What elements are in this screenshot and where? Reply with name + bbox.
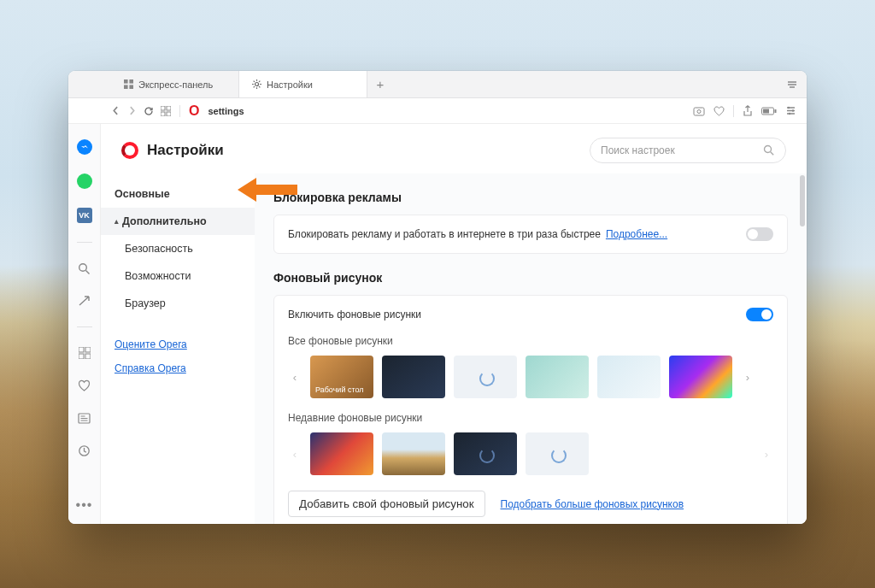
wallpaper-thumb[interactable] (526, 432, 589, 475)
new-tab-button[interactable]: + (367, 71, 393, 97)
svg-rect-9 (694, 108, 704, 115)
share-icon[interactable] (743, 105, 753, 117)
wallpaper-thumb[interactable] (454, 356, 517, 398)
more-icon[interactable]: ••• (78, 498, 91, 512)
settings-nav: Основные Дополнительно Безопасность Возм… (101, 173, 255, 524)
search-icon[interactable] (78, 262, 91, 275)
easy-setup-icon[interactable] (785, 105, 796, 116)
tab-bar: Экспресс-панель Настройки + (68, 71, 807, 98)
section-heading-ads: Блокировка рекламы (273, 191, 788, 204)
wallpaper-thumb[interactable] (382, 432, 445, 475)
snapshot-icon[interactable] (693, 106, 705, 116)
section-heading-wallpaper: Фоновый рисунок (273, 271, 788, 285)
recent-wallpapers-label: Недавние фоновые рисунки (288, 412, 773, 424)
wallpaper-thumb[interactable] (454, 432, 517, 475)
scroll-right-button[interactable]: › (741, 356, 755, 398)
back-button[interactable] (111, 106, 120, 115)
tabs-menu-button[interactable] (786, 71, 798, 97)
nav-rate-opera[interactable]: Оцените Opera (115, 332, 255, 356)
ad-block-toggle[interactable] (746, 227, 773, 241)
nav-features[interactable]: Возможности (125, 262, 255, 290)
wallpaper-thumb[interactable] (382, 356, 445, 398)
flow-icon[interactable] (78, 294, 91, 308)
nav-basic[interactable]: Основные (115, 180, 255, 208)
news-icon[interactable] (78, 411, 91, 425)
svg-point-10 (697, 109, 701, 113)
opera-logo-icon (121, 142, 138, 159)
heart-icon[interactable] (714, 106, 725, 116)
svg-rect-5 (161, 106, 165, 110)
enable-wallpapers-label: Включить фоновые рисунки (288, 309, 421, 320)
scroll-left-button[interactable]: ‹ (288, 356, 302, 398)
svg-rect-0 (124, 79, 128, 84)
add-wallpaper-button[interactable]: Добавить свой фоновый рисунок (288, 491, 485, 517)
wallpaper-thumb[interactable] (669, 356, 732, 398)
ad-block-card: Блокировать рекламу и работать в интерне… (273, 215, 788, 254)
nav-advanced[interactable]: Дополнительно (101, 208, 255, 235)
browser-window: Экспресс-панель Настройки + O settings (68, 71, 807, 524)
speeddial-button[interactable] (161, 106, 171, 116)
svg-rect-18 (79, 347, 84, 352)
bookmarks-heart-icon[interactable] (78, 379, 91, 392)
more-wallpapers-link[interactable]: Подобрать больше фоновых рисунков (501, 498, 684, 510)
speed-dial-icon[interactable] (78, 346, 91, 360)
address-bar: O settings (68, 98, 807, 124)
svg-rect-6 (167, 106, 171, 110)
nav-security[interactable]: Безопасность (125, 235, 255, 262)
browser-sidebar: VK ••• (68, 124, 101, 524)
nav-help-opera[interactable]: Справка Opera (115, 356, 255, 380)
addrbar-actions (693, 105, 796, 117)
wallpaper-actions: Добавить свой фоновый рисунок Подобрать … (288, 491, 773, 517)
settings-search[interactable]: Поиск настроек (590, 138, 786, 163)
separator (733, 105, 734, 117)
tab-label: Экспресс-панель (138, 79, 213, 90)
svg-rect-21 (85, 354, 91, 359)
settings-header: Настройки Поиск настроек (101, 124, 807, 173)
svg-rect-19 (85, 347, 91, 352)
sidebar-separator (77, 242, 92, 243)
svg-point-17 (79, 263, 87, 271)
wallpaper-card: Включить фоновые рисунки Все фоновые рис… (273, 295, 788, 524)
recent-wallpapers-row: ‹ › (288, 432, 773, 475)
svg-point-15 (792, 109, 794, 111)
whatsapp-icon[interactable] (77, 173, 92, 189)
svg-point-4 (255, 82, 258, 85)
enable-wallpapers-toggle[interactable] (746, 308, 773, 321)
wallpaper-thumb-desktop[interactable]: Рабочий стол (310, 356, 373, 398)
svg-rect-7 (161, 112, 165, 116)
svg-rect-3 (129, 85, 133, 89)
content-area: VK ••• Настройки Поиск настроек (68, 124, 807, 524)
wallpaper-thumb[interactable] (597, 356, 661, 398)
svg-rect-1 (129, 79, 133, 84)
svg-point-14 (788, 107, 790, 109)
nav-browser[interactable]: Браузер (125, 290, 255, 317)
svg-rect-8 (167, 112, 171, 116)
svg-rect-20 (79, 354, 84, 359)
settings-panel: Блокировка рекламы Блокировать рекламу и… (255, 173, 807, 524)
messenger-icon[interactable] (77, 139, 92, 155)
history-icon[interactable] (78, 444, 91, 457)
ad-block-more-link[interactable]: Подробнее... (606, 228, 667, 240)
grid-icon (123, 79, 133, 90)
gear-icon (251, 79, 261, 90)
all-wallpapers-row: ‹ Рабочий стол › (288, 356, 773, 398)
wallpaper-thumb[interactable] (526, 356, 589, 398)
forward-button[interactable] (127, 106, 137, 115)
search-placeholder: Поиск настроек (601, 144, 675, 156)
scroll-right-button[interactable]: › (760, 432, 773, 475)
opera-badge-icon: O (189, 103, 199, 119)
nav-controls (111, 106, 171, 116)
tab-settings[interactable]: Настройки (239, 71, 367, 97)
vk-icon[interactable]: VK (77, 208, 92, 223)
tab-speeddial[interactable]: Экспресс-панель (111, 71, 239, 97)
url-text[interactable]: settings (208, 106, 244, 116)
svg-point-24 (765, 146, 772, 153)
scroll-left-button[interactable]: ‹ (288, 432, 302, 475)
wallpaper-thumb[interactable] (310, 432, 373, 475)
tab-label: Настройки (267, 79, 313, 90)
scrollbar[interactable] (800, 175, 805, 226)
battery-icon[interactable] (761, 107, 777, 115)
page-title: Настройки (147, 142, 224, 159)
reload-button[interactable] (144, 106, 154, 116)
sidebar-separator (77, 326, 92, 327)
